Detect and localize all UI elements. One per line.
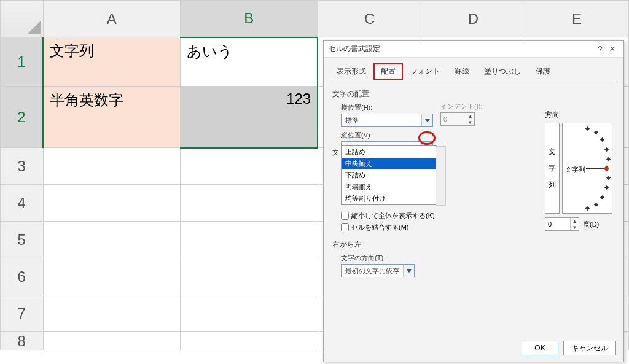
cell-a1[interactable]: 文字列: [43, 37, 181, 87]
shrink-check-input[interactable]: [341, 212, 349, 220]
cell-b3[interactable]: [181, 148, 318, 185]
col-header-e[interactable]: E: [525, 1, 629, 37]
dialog-tabs: 表示形式 配置 フォント 罫線 塗りつぶし 保護: [324, 58, 623, 79]
arc-dot: [606, 176, 611, 180]
v-option-bottom[interactable]: 下詰め: [342, 169, 436, 181]
cell-a6[interactable]: [43, 258, 181, 295]
dialog-title: セルの書式設定: [329, 44, 594, 54]
row-header-6[interactable]: 6: [1, 258, 44, 295]
format-cells-dialog: セルの書式設定 ? × 表示形式 配置 フォント 罫線 塗りつぶし 保護 文字の…: [323, 40, 624, 362]
cell-b5[interactable]: [181, 222, 318, 258]
v-option-distributed[interactable]: 均等割り付け: [342, 193, 436, 204]
cell-a2[interactable]: 半角英数字: [43, 87, 181, 148]
dialog-titlebar[interactable]: セルの書式設定 ? ×: [324, 41, 623, 58]
tab-font[interactable]: フォント: [404, 64, 447, 79]
arc-dot: [594, 203, 598, 207]
cell-b4[interactable]: [181, 185, 318, 222]
tab-number[interactable]: 表示形式: [330, 64, 373, 79]
merge-check-input[interactable]: [341, 223, 349, 231]
text-direction-label: 文字の方向(T):: [341, 254, 615, 263]
tab-alignment[interactable]: 配置: [374, 64, 402, 79]
vert-char-3: 列: [549, 180, 556, 190]
arc-dot: [606, 157, 611, 161]
shrink-label: 縮小して全体を表示する(K): [351, 211, 435, 220]
close-button[interactable]: ×: [606, 44, 619, 55]
spin-up-icon: ▲: [466, 113, 474, 119]
chevron-down-icon[interactable]: [421, 114, 432, 126]
arc-text-label: 文字列: [565, 165, 585, 174]
spin-down-icon: ▼: [466, 119, 474, 125]
degree-label: 度(D): [583, 220, 599, 229]
arc-dot: [585, 126, 590, 131]
degree-spinner[interactable]: 0 ▲▼: [545, 217, 579, 231]
row-header-3[interactable]: 3: [1, 148, 44, 185]
v-option-top[interactable]: 上詰め: [342, 146, 436, 158]
arc-dot: [604, 185, 609, 190]
spin-up-icon[interactable]: ▲: [570, 218, 579, 224]
vertical-dropdown-list: 上詰め 中央揃え 下詰め 両端揃え 均等割り付け: [341, 145, 437, 205]
vertical-text-button[interactable]: 文 字 列: [545, 123, 560, 214]
text-direction-value: 最初の文字に依存: [342, 266, 403, 276]
orientation-label: 方向: [545, 110, 612, 120]
col-header-d[interactable]: D: [421, 1, 525, 37]
hidden-text-control-label: 文: [332, 148, 339, 157]
cell-a4[interactable]: [43, 185, 181, 222]
orientation-arc[interactable]: 文字列: [562, 123, 612, 214]
arc-dot: [594, 130, 598, 134]
indent-label: インデント(I):: [440, 102, 482, 111]
dialog-body: 文字の配置 横位置(H): 標準 インデント(I): 0 ▲▼ 縦位置(V): …: [324, 79, 623, 284]
cancel-button[interactable]: キャンセル: [563, 341, 616, 355]
cell-b7[interactable]: [181, 295, 318, 332]
row-header-2[interactable]: 2: [1, 87, 44, 148]
tab-fill[interactable]: 塗りつぶし: [477, 64, 528, 79]
vert-char-2: 字: [549, 163, 556, 174]
spin-down-icon[interactable]: ▼: [570, 224, 579, 230]
cell-a5[interactable]: [43, 222, 181, 258]
arc-dot: [600, 137, 604, 142]
col-header-a[interactable]: A: [43, 1, 181, 37]
vert-char-1: 文: [549, 147, 556, 157]
arc-dot: [604, 147, 609, 152]
cell-a8[interactable]: [43, 332, 181, 350]
chevron-down-icon[interactable]: [403, 265, 414, 277]
col-header-c[interactable]: C: [318, 1, 421, 37]
tab-border[interactable]: 罫線: [448, 64, 476, 79]
row-header-5[interactable]: 5: [1, 222, 44, 258]
tab-protection[interactable]: 保護: [529, 64, 557, 79]
orientation-group: 方向 文 字 列 文字列: [545, 110, 612, 231]
horizontal-value: 標準: [342, 116, 421, 125]
cell-b1[interactable]: あいう: [181, 37, 318, 87]
text-direction-combo[interactable]: 最初の文字に依存: [341, 264, 415, 277]
text-align-group-label: 文字の配置: [332, 89, 615, 99]
row-header-1[interactable]: 1: [1, 37, 44, 87]
row-header-4[interactable]: 4: [1, 185, 44, 222]
horizontal-combo[interactable]: 標準: [341, 114, 433, 127]
cell-b6[interactable]: [181, 258, 318, 295]
row-header-7[interactable]: 7: [1, 295, 44, 332]
row-header-8[interactable]: 8: [1, 332, 44, 350]
col-header-b[interactable]: B: [181, 1, 318, 37]
cell-a7[interactable]: [43, 295, 181, 332]
arc-dot: [585, 206, 590, 211]
cell-a3[interactable]: [43, 148, 181, 185]
rtl-group-label: 右から左: [332, 239, 615, 250]
v-option-justify[interactable]: 両端揃え: [342, 181, 436, 193]
arc-dot: [600, 195, 604, 199]
cell-b2[interactable]: 123: [181, 87, 318, 148]
dialog-buttons: OK キャンセル: [522, 341, 616, 355]
cell-b8[interactable]: [181, 332, 318, 350]
merge-label: セルを結合する(M): [351, 223, 409, 232]
orientation-handle[interactable]: [604, 166, 610, 172]
ok-button[interactable]: OK: [522, 341, 558, 355]
degree-value: 0: [545, 220, 570, 228]
v-option-center[interactable]: 中央揃え: [342, 158, 436, 169]
indent-value: 0: [441, 115, 466, 123]
help-button[interactable]: ?: [594, 44, 606, 54]
indent-spinner: 0 ▲▼: [440, 112, 475, 126]
arc-line: [586, 168, 604, 169]
select-all-corner[interactable]: [1, 1, 44, 37]
